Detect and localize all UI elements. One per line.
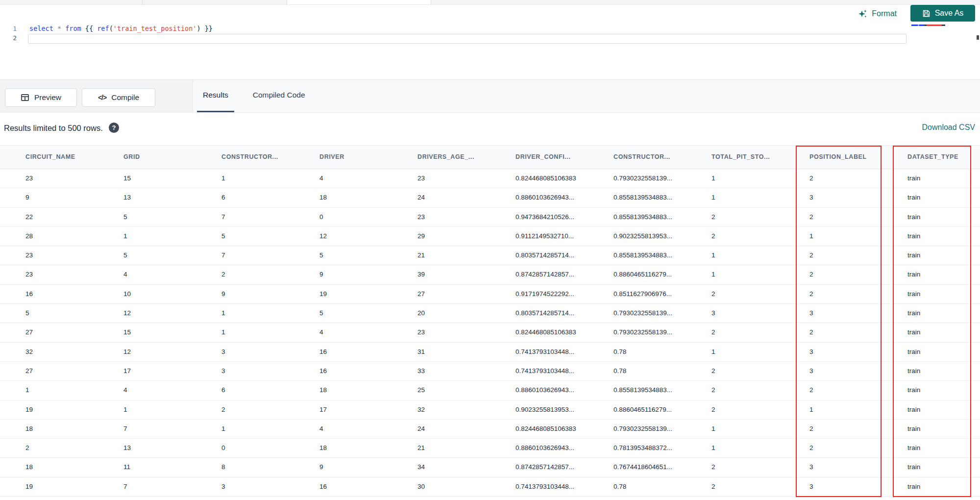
table-cell: 18: [0, 420, 98, 438]
table-cell: 6: [196, 381, 294, 400]
table-cell: 0.9112149532710...: [490, 227, 588, 246]
table-cell: 19: [0, 400, 98, 419]
tab-separator: [431, 0, 431, 4]
table-cell: 4: [294, 323, 392, 342]
table-cell: 0: [196, 439, 294, 457]
table-cell: train: [882, 477, 980, 496]
table-cell: 2: [196, 400, 294, 419]
results-table: CIRCUIT_NAMEGRIDCONSTRUCTOR...DRIVERDRIV…: [0, 145, 980, 497]
table-cell: 19: [0, 477, 98, 496]
tab-results[interactable]: Results: [197, 80, 234, 112]
active-file-tab[interactable]: [287, 0, 431, 4]
table-cell: 8: [196, 458, 294, 476]
table-row: 913618240.8860103626943...0.855813953488…: [0, 188, 980, 207]
table-cell: 0.7930232558139...: [588, 304, 686, 323]
table-cell: 16: [294, 362, 392, 380]
sql-ide-window: Format Save As 1 2 select * from {{ ref(…: [0, 0, 980, 500]
table-cell: 31: [392, 343, 490, 361]
table-cell: train: [882, 246, 980, 265]
table-cell: train: [882, 458, 980, 476]
table-cell: 18: [0, 458, 98, 476]
table-cell: 20: [392, 304, 490, 323]
table-cell: 23: [0, 246, 98, 265]
table-cell: 2: [686, 208, 784, 226]
table-cell: 21: [392, 246, 490, 265]
sparkles-icon: [858, 9, 867, 19]
table-cell: 0.7930232558139...: [588, 420, 686, 438]
table-cell: 0.9023255813953...: [588, 227, 686, 246]
code-token: (: [109, 25, 113, 32]
table-cell: train: [882, 439, 980, 457]
code-editor[interactable]: 1 2 select * from {{ ref('train_test_pos…: [0, 24, 980, 79]
download-csv-link[interactable]: Download CSV: [922, 123, 976, 132]
table-cell: 18: [294, 439, 392, 457]
table-cell: 0.8558139534883...: [588, 188, 686, 207]
code-token: [53, 25, 57, 32]
table-cell: 1: [686, 169, 784, 188]
table-cell: 2: [0, 439, 98, 457]
column-header: GRID: [98, 146, 196, 169]
table-cell: 24: [392, 188, 490, 207]
table-cell: 22: [0, 208, 98, 226]
table-cell: 0.8860465116279...: [588, 400, 686, 419]
table-cell: 15: [98, 169, 196, 188]
table-cell: 0.8511627906976...: [588, 285, 686, 303]
table-cell: train: [882, 227, 980, 246]
table-cell: 7: [98, 420, 196, 438]
table-row: 191217320.9023255813953...0.886046511627…: [0, 400, 980, 420]
editor-scroll-marker: [977, 35, 979, 40]
table-cell: 0.9171974522292...: [490, 285, 588, 303]
table-cell: 16: [294, 343, 392, 361]
table-cell: 2: [686, 323, 784, 342]
table-cell: 0.824468085106383: [490, 323, 588, 342]
table-cell: 4: [98, 265, 196, 284]
table-cell: 12: [98, 304, 196, 323]
table-cell: 9: [294, 265, 392, 284]
table-cell: 27: [0, 323, 98, 342]
tab-compiled-code[interactable]: Compiled Code: [247, 80, 311, 112]
vertical-divider: [193, 80, 193, 112]
table-cell: 27: [392, 285, 490, 303]
row-limit-text: Results limited to 500 rows.: [4, 124, 103, 133]
code-token: *: [57, 25, 61, 32]
table-cell: 3: [196, 362, 294, 380]
save-as-button[interactable]: Save As: [910, 5, 975, 22]
table-cell: 1: [686, 188, 784, 207]
table-cell: 1: [784, 400, 882, 419]
code-line: select * from {{ ref('train_test_positio…: [29, 25, 213, 32]
table-cell: 3: [784, 188, 882, 207]
table-cell: train: [882, 265, 980, 284]
format-button[interactable]: Format: [858, 6, 897, 22]
column-header: DRIVER: [294, 146, 392, 169]
table-cell: train: [882, 188, 980, 207]
table-cell: 2: [686, 362, 784, 380]
editor-minimap[interactable]: [911, 24, 960, 27]
table-cell: 27: [0, 362, 98, 380]
table-cell: 0.8558139534883...: [588, 246, 686, 265]
column-header: DATASET_TYPE: [882, 146, 980, 169]
table-cell: 1: [686, 246, 784, 265]
column-header: DRIVERS_AGE_...: [392, 146, 490, 169]
top-tab-strip[interactable]: [0, 0, 980, 5]
table-cell: train: [882, 285, 980, 303]
table-cell: 18: [294, 381, 392, 400]
table-cell: 4: [294, 169, 392, 188]
table-cell: 0.824468085106383: [490, 420, 588, 438]
table-cell: 0.824468085106383: [490, 169, 588, 188]
table-cell: train: [882, 323, 980, 342]
preview-button[interactable]: Preview: [5, 88, 77, 107]
table-cell: 2: [784, 439, 882, 457]
table-cell: 3: [784, 477, 882, 496]
help-icon[interactable]: ?: [109, 123, 119, 133]
table-cell: 1: [196, 420, 294, 438]
table-cell: 7: [196, 246, 294, 265]
column-header: TOTAL_PIT_STO...: [686, 146, 784, 169]
compile-label: Compile: [111, 93, 139, 102]
table-cell: 0.78: [588, 343, 686, 361]
table-cell: 1: [0, 381, 98, 400]
table-cell: train: [882, 343, 980, 361]
table-cell: 23: [0, 169, 98, 188]
save-as-label: Save As: [935, 9, 964, 18]
table-cell: 19: [294, 285, 392, 303]
compile-button[interactable]: </> Compile: [82, 88, 155, 107]
